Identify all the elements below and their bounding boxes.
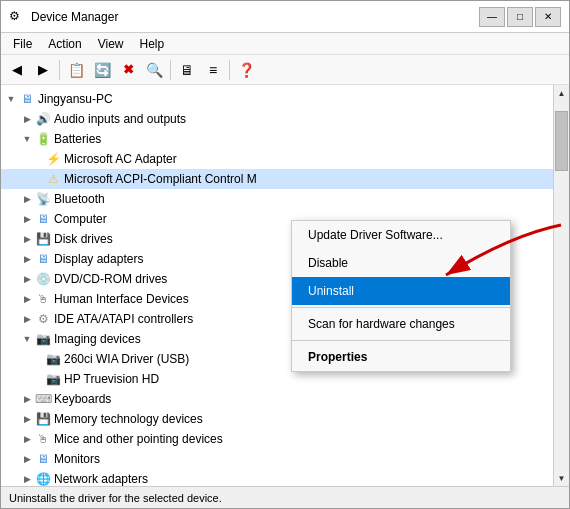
ide-expander: ▶ (19, 311, 35, 327)
menu-bar: File Action View Help (1, 33, 569, 55)
ac-adapter-icon: ⚡ (45, 151, 61, 167)
monitor-icon: 🖥 (35, 451, 51, 467)
context-disable[interactable]: Disable (292, 249, 510, 277)
vertical-scrollbar[interactable]: ▲ ▼ (553, 85, 569, 486)
menu-file[interactable]: File (5, 35, 40, 53)
context-sep-2 (292, 340, 510, 341)
list-item[interactable]: ▶ 🖥 Monitors (1, 449, 553, 469)
computer-label: Computer (54, 212, 107, 226)
root-expander: ▼ (3, 91, 19, 107)
display-icon: 🖥 (35, 251, 51, 267)
hp-label: HP Truevision HD (64, 372, 159, 386)
list-item[interactable]: ▶ 💾 Memory technology devices (1, 409, 553, 429)
batteries-icon: 🔋 (35, 131, 51, 147)
back-button[interactable]: ◀ (5, 59, 29, 81)
properties-button[interactable]: 📋 (64, 59, 88, 81)
wia-label: 260ci WIA Driver (USB) (64, 352, 189, 366)
mice-expander: ▶ (19, 431, 35, 447)
imaging-icon: 📷 (35, 331, 51, 347)
list-item[interactable]: ▶ 🖱 Mice and other pointing devices (1, 429, 553, 449)
network-icon: 🌐 (35, 471, 51, 486)
hid-expander: ▶ (19, 291, 35, 307)
list-item[interactable]: ▶ 🌐 Network adapters (1, 469, 553, 486)
disk-label: Disk drives (54, 232, 113, 246)
bt-expander: ▶ (19, 191, 35, 207)
display-expander: ▶ (19, 251, 35, 267)
audio-expander: ▶ (19, 111, 35, 127)
hid-label: Human Interface Devices (54, 292, 189, 306)
close-button[interactable]: ✕ (535, 7, 561, 27)
uninstall-button[interactable]: ✖ (116, 59, 140, 81)
net-expander: ▶ (19, 471, 35, 486)
list-item[interactable]: ▶ 📡 Bluetooth (1, 189, 553, 209)
imaging-expander: ▼ (19, 331, 35, 347)
app-icon: ⚙ (9, 9, 25, 25)
ide-icon: ⚙ (35, 311, 51, 327)
disk-expander: ▶ (19, 231, 35, 247)
monitor-label: Monitors (54, 452, 100, 466)
ide-label: IDE ATA/ATAPI controllers (54, 312, 193, 326)
scroll-thumb[interactable] (555, 111, 568, 171)
list-item[interactable]: ⚡ Microsoft AC Adapter (1, 149, 553, 169)
scroll-track[interactable] (554, 101, 569, 470)
acpi-icon: ⚠ (45, 171, 61, 187)
bluetooth-icon: 📡 (35, 191, 51, 207)
scroll-down-arrow[interactable]: ▼ (554, 470, 569, 486)
mice-icon: 🖱 (35, 431, 51, 447)
list-item[interactable]: ▶ ⌨ Keyboards (1, 389, 553, 409)
minimize-button[interactable]: — (479, 7, 505, 27)
list-item[interactable]: ▼ 🔋 Batteries (1, 129, 553, 149)
scan-hardware-button[interactable]: 🔍 (142, 59, 166, 81)
menu-action[interactable]: Action (40, 35, 89, 53)
update-driver-button[interactable]: 🔄 (90, 59, 114, 81)
keyboard-label: Keyboards (54, 392, 111, 406)
menu-view[interactable]: View (90, 35, 132, 53)
toolbar: ◀ ▶ 📋 🔄 ✖ 🔍 🖥 ≡ ❓ (1, 55, 569, 85)
list-item[interactable]: ⚠ Microsoft ACPI-Compliant Control M (1, 169, 553, 189)
menu-help[interactable]: Help (132, 35, 173, 53)
audio-label: Audio inputs and outputs (54, 112, 186, 126)
status-bar: Uninstalls the driver for the selected d… (1, 486, 569, 508)
bluetooth-label: Bluetooth (54, 192, 105, 206)
acpi-expander (37, 171, 45, 187)
help-button[interactable]: ❓ (234, 59, 258, 81)
context-scan-hardware[interactable]: Scan for hardware changes (292, 310, 510, 338)
status-text: Uninstalls the driver for the selected d… (9, 492, 222, 504)
dvd-label: DVD/CD-ROM drives (54, 272, 167, 286)
title-bar: ⚙ Device Manager — □ ✕ (1, 1, 569, 33)
title-bar-left: ⚙ Device Manager (9, 9, 118, 25)
computer-sub-icon: 🖥 (35, 211, 51, 227)
audio-icon: 🔊 (35, 111, 51, 127)
scroll-up-arrow[interactable]: ▲ (554, 85, 569, 101)
forward-button[interactable]: ▶ (31, 59, 55, 81)
acpi-label: Microsoft ACPI-Compliant Control M (64, 172, 257, 186)
dvd-expander: ▶ (19, 271, 35, 287)
computer-expander: ▶ (19, 211, 35, 227)
window-title: Device Manager (31, 10, 118, 24)
list-item[interactable]: ▶ 🔊 Audio inputs and outputs (1, 109, 553, 129)
root-label: Jingyansu-PC (38, 92, 113, 106)
context-uninstall[interactable]: Uninstall (292, 277, 510, 305)
toolbar-sep-1 (59, 60, 60, 80)
content-area: ▼ 🖥 Jingyansu-PC ▶ 🔊 Audio inputs and ou… (1, 85, 569, 486)
wia-expander (37, 351, 45, 367)
hp-expander (37, 371, 45, 387)
wia-icon: 📷 (45, 351, 61, 367)
window-controls: — □ ✕ (479, 7, 561, 27)
dvd-icon: 💿 (35, 271, 51, 287)
maximize-button[interactable]: □ (507, 7, 533, 27)
imaging-label: Imaging devices (54, 332, 141, 346)
list-item[interactable]: 📷 HP Truevision HD (1, 369, 553, 389)
batteries-expander: ▼ (19, 131, 35, 147)
context-properties[interactable]: Properties (292, 343, 510, 371)
context-update-driver[interactable]: Update Driver Software... (292, 221, 510, 249)
display-list-view[interactable]: ≡ (201, 59, 225, 81)
mem-expander: ▶ (19, 411, 35, 427)
ac-expander (37, 151, 45, 167)
display-icon-view[interactable]: 🖥 (175, 59, 199, 81)
tree-root[interactable]: ▼ 🖥 Jingyansu-PC (1, 89, 553, 109)
computer-icon: 🖥 (19, 91, 35, 107)
toolbar-sep-2 (170, 60, 171, 80)
context-menu: Update Driver Software... Disable Uninst… (291, 220, 511, 372)
device-manager-window: ⚙ Device Manager — □ ✕ File Action View … (0, 0, 570, 509)
